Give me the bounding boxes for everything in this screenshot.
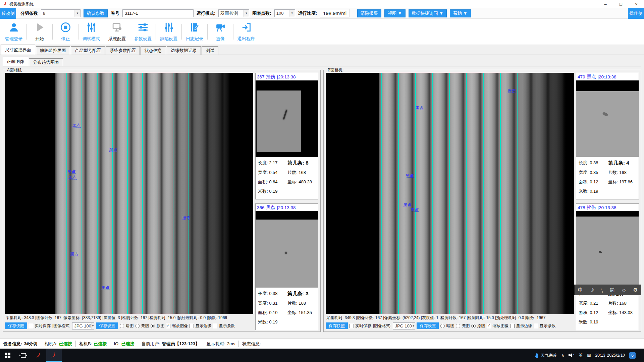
defect-label: 黑点 xyxy=(72,123,81,129)
defect-time: |20:13:38 xyxy=(598,74,616,79)
defect-card[interactable]: 478 挫伤 |20:13:38 长度: 0.57 第几条: 3 宽度: 0.2… xyxy=(576,203,639,330)
original-image-radio[interactable]: 原图 xyxy=(471,323,485,329)
tab-product-model-config[interactable]: 产品型号配置 xyxy=(71,46,105,55)
defect-card[interactable]: 366 黑点 |20:13:38 长度: 0.38 第几条: 3 宽度: 0.3… xyxy=(255,203,318,330)
confirm-strip-count-button[interactable]: 确认条数 xyxy=(84,9,108,17)
zoom-image-checkbox[interactable]: 缩放图像 xyxy=(487,323,508,329)
dark-image-radio[interactable]: 暗图 xyxy=(440,323,454,329)
window-titlebar: 视觉检测系统 – □ × xyxy=(0,0,644,8)
tab-size-monitor[interactable]: 尺寸监控界面 xyxy=(1,45,35,55)
chart-points-select[interactable]: 100 ▼ xyxy=(274,9,295,17)
save-snapshot-button[interactable]: 保存快照 xyxy=(326,322,348,329)
tab-defect-monitor[interactable]: 缺陷监控界面 xyxy=(36,46,70,55)
defect-type: 挫伤 xyxy=(266,74,275,80)
show-edges-checkbox[interactable]: 显示边缘 xyxy=(190,323,211,329)
maximize-button[interactable]: □ xyxy=(613,0,629,8)
defect-id: 366 xyxy=(257,205,265,210)
main-tab-bar: 尺寸监控界面 缺陷监控界面 产品型号配置 系统参数配置 状态信息 边缘数据记录 … xyxy=(0,45,644,55)
tray-date: 2025/2/10 xyxy=(607,353,625,358)
defect-settings-button[interactable]: 缺陷设置 xyxy=(158,19,180,45)
hidden-icons-button[interactable]: ∧ xyxy=(561,353,564,358)
ime-mode-toggle[interactable]: 中 xyxy=(578,287,583,293)
tab-status-info[interactable]: 状态信息 xyxy=(141,46,166,55)
weather-tray-item[interactable]: 天气寒冷 xyxy=(536,353,557,358)
save-snapshot-button[interactable]: 保存快照 xyxy=(5,322,27,329)
data-quick-access-button[interactable]: 数据快捷访问 ▼ xyxy=(409,9,447,17)
task-view-button[interactable] xyxy=(15,349,31,362)
chevron-down-icon[interactable]: ▼ xyxy=(74,10,80,17)
fullwidth-moon-icon[interactable]: ☽ xyxy=(590,287,594,293)
start-button[interactable]: 开始 xyxy=(29,19,51,45)
show-edges-checkbox[interactable]: 显示边缘 xyxy=(510,323,532,329)
taskbar-app-icon-active[interactable] xyxy=(46,349,62,362)
run-mode-select[interactable]: 双面检测 ▼ xyxy=(218,9,249,17)
clock[interactable]: 20:13 2025/2/10 xyxy=(595,353,625,358)
speaker-muted-icon: × xyxy=(569,353,574,358)
chevron-down-icon[interactable]: ▼ xyxy=(91,323,94,329)
show-strip-count-checkbox[interactable]: 显示条数 xyxy=(213,323,235,329)
drive-side-button[interactable]: 传动侧 xyxy=(0,8,16,19)
run-mode-value: 双面检测 xyxy=(220,10,238,16)
bright-image-radio[interactable]: 亮图 xyxy=(456,323,470,329)
help-menu-button[interactable]: 帮助 ▼ xyxy=(450,9,471,17)
realtime-save-checkbox[interactable]: 实时保存 xyxy=(350,323,371,329)
chevron-down-icon[interactable]: ▼ xyxy=(243,10,249,17)
tab-system-param-config[interactable]: 系统参数配置 xyxy=(106,46,140,55)
operate-side-button[interactable]: 操作侧 xyxy=(628,8,644,19)
exit-door-icon xyxy=(241,22,252,34)
tab-front-image[interactable]: 正面图像 xyxy=(3,57,28,66)
stop-button[interactable]: 停止 xyxy=(54,19,76,45)
admin-login-button[interactable]: 管理登录 xyxy=(3,19,25,45)
simplified-chinese-icon[interactable]: 简 xyxy=(610,287,615,293)
strip-count-label: 分切条数 xyxy=(20,10,38,16)
zoom-image-checkbox[interactable]: 缩放图像 xyxy=(166,323,188,329)
emoji-icon[interactable]: ☺ xyxy=(622,287,627,293)
ime-settings-gear-icon[interactable]: ⚙ xyxy=(633,287,638,293)
defect-card-header: 367 挫伤 |20:13:38 xyxy=(256,73,318,80)
original-image-radio[interactable]: 原图 xyxy=(151,323,164,329)
image-format-select[interactable]: JPG 100▼ xyxy=(393,322,415,329)
divider xyxy=(130,24,130,40)
chevron-down-icon[interactable]: ▼ xyxy=(412,323,415,329)
camera-capture-button[interactable]: 摄像 xyxy=(209,19,231,45)
windows-logo-icon xyxy=(5,353,10,358)
chevron-down-icon[interactable]: ▼ xyxy=(289,10,295,17)
save-settings-button[interactable]: 保存设置 xyxy=(417,322,439,329)
dark-image-radio[interactable]: 暗图 xyxy=(120,323,133,329)
divider xyxy=(207,24,208,40)
save-settings-button[interactable]: 保存设置 xyxy=(96,322,118,329)
image-format-select[interactable]: JPG 100▼ xyxy=(72,322,94,329)
tab-distribution-trend-chart[interactable]: 分布趋势图表 xyxy=(29,58,63,66)
start-button[interactable] xyxy=(0,349,15,362)
video-camera-icon xyxy=(215,22,226,34)
system-config-button[interactable]: 系统配置 xyxy=(106,19,128,45)
tab-test[interactable]: 测试 xyxy=(202,46,218,55)
debug-mode-button[interactable]: 调试模式 xyxy=(80,19,102,45)
volume-muted-button[interactable]: × xyxy=(569,353,574,358)
language-indicator[interactable]: 英 xyxy=(579,353,583,358)
camera-b-image: 挫伤黑点黑点黑点黑点 xyxy=(326,73,574,314)
bright-image-radio[interactable]: 亮图 xyxy=(135,323,149,329)
exit-program-button[interactable]: 退出程序 xyxy=(235,19,257,45)
show-strip-count-checkbox[interactable]: 显示条数 xyxy=(534,323,555,329)
touch-keyboard-button[interactable]: ▦ xyxy=(587,353,591,358)
sub-tab-bar: 正面图像 分布趋势图表 xyxy=(3,57,641,66)
punctuation-icon[interactable]: ’, xyxy=(601,287,603,293)
close-button[interactable]: × xyxy=(629,0,644,8)
defect-card[interactable]: 479 黑点 |20:13:38 长度: 0.38 第几条: 4 宽度: 0.3… xyxy=(576,73,639,199)
roll-number-input[interactable]: 3117-1 xyxy=(122,9,194,17)
defect-card[interactable]: 367 挫伤 |20:13:38 长度: 2.17 第几条: 8 宽度: 0.5… xyxy=(255,73,318,199)
minimize-button[interactable]: – xyxy=(598,0,613,8)
strip-count-select[interactable]: 8 ▼ xyxy=(41,9,80,17)
tab-edge-data-record[interactable]: 边缘数据记录 xyxy=(167,46,201,55)
parameter-settings-button[interactable]: 参数设置 xyxy=(132,19,154,45)
taskbar-app-icon[interactable] xyxy=(31,349,46,362)
realtime-save-checkbox[interactable]: 实时保存 xyxy=(29,323,51,329)
show-desktop-button[interactable] xyxy=(640,349,641,362)
view-menu-button[interactable]: 视图 ▼ xyxy=(384,9,405,17)
chart-points-label: 图表点数: xyxy=(252,10,271,16)
clear-alarm-button[interactable]: 清除报警 xyxy=(357,9,381,17)
image-format-label: |图像格式: xyxy=(373,323,391,329)
notification-count-badge[interactable]: 6 xyxy=(629,352,636,359)
log-record-button[interactable]: 日志记录 xyxy=(183,19,206,45)
